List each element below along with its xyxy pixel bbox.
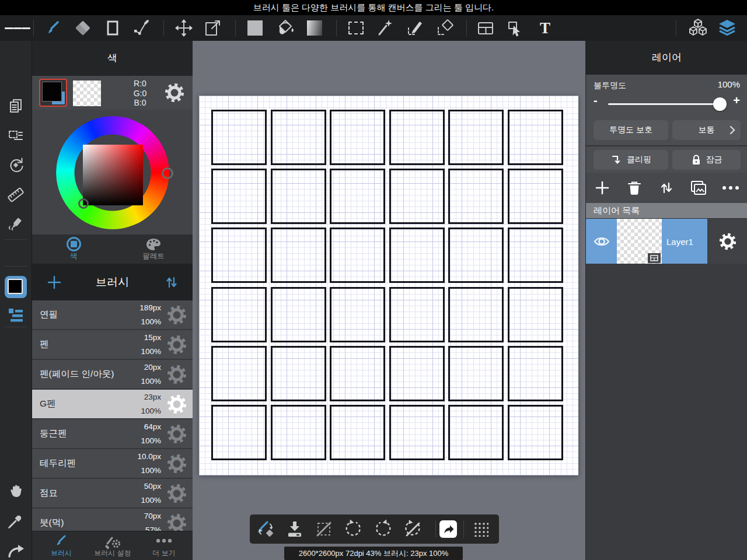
foreground-color-swatch[interactable] (39, 79, 67, 107)
tool-curve[interactable] (129, 15, 155, 41)
comic-panel (330, 346, 385, 401)
tool-select-eraser[interactable] (432, 15, 458, 41)
brush-size: 50px (144, 482, 161, 491)
opacity-slider-track[interactable] (608, 103, 725, 105)
tool-panel-divide[interactable] (473, 15, 498, 41)
brush-settings-gear-icon[interactable] (165, 452, 189, 475)
brush-row[interactable]: 펜(페이드 인/아웃)20px100% (32, 360, 193, 388)
tab-brush[interactable]: 브러시 (35, 531, 88, 560)
brush-row[interactable]: 점묘50px100% (32, 479, 193, 508)
tool-gradient[interactable] (302, 15, 327, 41)
brush-row[interactable]: 연필189px100% (32, 300, 193, 329)
tab-more[interactable]: 더 보기 (138, 531, 190, 560)
floating-toolbar (250, 514, 499, 544)
brush-settings-gear-icon[interactable] (165, 422, 189, 446)
share-button[interactable] (438, 516, 459, 542)
sidebar-divider (5, 266, 27, 267)
sort-brushes-button[interactable] (159, 270, 184, 295)
delete-layer-button[interactable] (622, 175, 647, 201)
merge-layer-button[interactable] (686, 175, 711, 201)
layers-panel-toggle[interactable] (714, 15, 740, 41)
hand-tool-button[interactable] (0, 478, 32, 504)
hue-marker[interactable] (162, 167, 173, 179)
opacity-minus-button[interactable]: - (594, 94, 598, 107)
canvas[interactable] (199, 96, 578, 475)
add-layer-button[interactable] (589, 175, 615, 201)
up-down-arrows-icon (659, 180, 674, 195)
opacity-slider-knob[interactable] (713, 97, 727, 111)
brush-settings-gear-icon[interactable] (165, 512, 189, 531)
color-settings-gear-icon[interactable] (162, 80, 187, 106)
opacity-plus-button[interactable]: + (733, 94, 740, 107)
tool-select-pen[interactable] (403, 15, 428, 41)
more-layer-options-button[interactable] (718, 175, 743, 201)
reorder-layer-button[interactable] (654, 175, 679, 201)
comic-panel (330, 110, 385, 165)
eyedropper-button[interactable] (0, 508, 32, 534)
brush-row[interactable]: 테두리펜10.0px100% (32, 449, 193, 478)
brush-settings-gear-icon[interactable] (165, 393, 189, 416)
tool-shape-rect[interactable] (100, 15, 125, 41)
selection-menu-button[interactable] (0, 123, 32, 149)
pages-button[interactable] (0, 93, 32, 119)
rotate-cw-button[interactable] (370, 516, 396, 542)
list-icon (7, 307, 25, 323)
brush-settings-gear-icon[interactable] (165, 363, 189, 386)
reset-rotation-button[interactable] (400, 516, 425, 542)
comic-panel (448, 287, 504, 342)
tool-select-rect[interactable] (343, 15, 369, 41)
alpha-lock-button[interactable]: 투명도 보호 (594, 120, 668, 140)
layer-settings-gear-icon[interactable] (707, 219, 747, 264)
tool-magic-wand[interactable] (373, 15, 399, 41)
airbrush-button[interactable] (0, 211, 32, 237)
ruler-button[interactable] (0, 182, 32, 208)
eraser-icon (73, 18, 93, 38)
lock-button[interactable]: 잠금 (672, 150, 741, 170)
brush-row[interactable]: 펜15px100% (32, 330, 193, 359)
sv-cursor[interactable] (78, 198, 89, 209)
b-value: B:0 (115, 98, 165, 108)
save-icon (285, 519, 305, 539)
brush-settings-gear-icon[interactable] (165, 303, 189, 327)
tool-operation-select[interactable] (502, 15, 528, 41)
redo-button[interactable] (0, 538, 32, 560)
clipping-button[interactable]: 클리핑 (594, 150, 668, 170)
brush-settings-gear-icon[interactable] (165, 482, 189, 505)
layer-thumbnail[interactable] (617, 219, 662, 264)
rotate-canvas-button[interactable] (0, 152, 32, 178)
save-button[interactable] (282, 516, 308, 542)
transparent-color-swatch[interactable] (73, 80, 101, 106)
brush-row[interactable]: G펜23px100% (32, 390, 193, 418)
brush-row[interactable]: 붓(먹)70px57% (32, 509, 193, 531)
layer-visibility-toggle[interactable] (586, 219, 617, 264)
tool-bucket[interactable] (272, 15, 298, 41)
brush-settings-gear-icon[interactable] (165, 333, 189, 356)
deselect-button[interactable] (311, 516, 337, 542)
tool-eraser[interactable] (70, 15, 96, 41)
tab-palette[interactable]: 팔레트 (129, 235, 178, 264)
menu-icon[interactable] (5, 15, 30, 41)
tool-brush[interactable] (41, 15, 67, 41)
add-brush-button[interactable] (41, 270, 67, 295)
saturation-value-square[interactable] (83, 145, 143, 205)
brush-name: 붓(먹) (40, 509, 64, 531)
reset-rotation-icon (402, 519, 423, 540)
brush-list-shortcut[interactable] (0, 302, 32, 328)
tool-text[interactable]: T (532, 15, 558, 41)
layer-row[interactable]: Layer1 (586, 218, 747, 264)
tab-color[interactable]: 색 (49, 235, 98, 264)
tool-fill-rect[interactable] (242, 15, 268, 41)
brush-eraser-toggle[interactable] (253, 516, 278, 542)
material-library-button[interactable] (685, 15, 711, 41)
move-icon (173, 18, 194, 38)
rotate-ccw-button[interactable] (341, 516, 366, 542)
brush-row[interactable]: 둥근펜64px100% (32, 419, 193, 448)
tool-move[interactable] (171, 15, 197, 41)
drag-handle[interactable] (468, 516, 494, 542)
comic-panel (448, 110, 504, 165)
blend-mode-button[interactable]: 보통 (672, 120, 741, 140)
tool-transform[interactable] (200, 15, 226, 41)
tab-brush-settings[interactable]: 브러시 설정 (86, 531, 139, 560)
current-color-indicator[interactable] (0, 274, 32, 300)
layer-name[interactable]: Layer1 (662, 219, 707, 264)
